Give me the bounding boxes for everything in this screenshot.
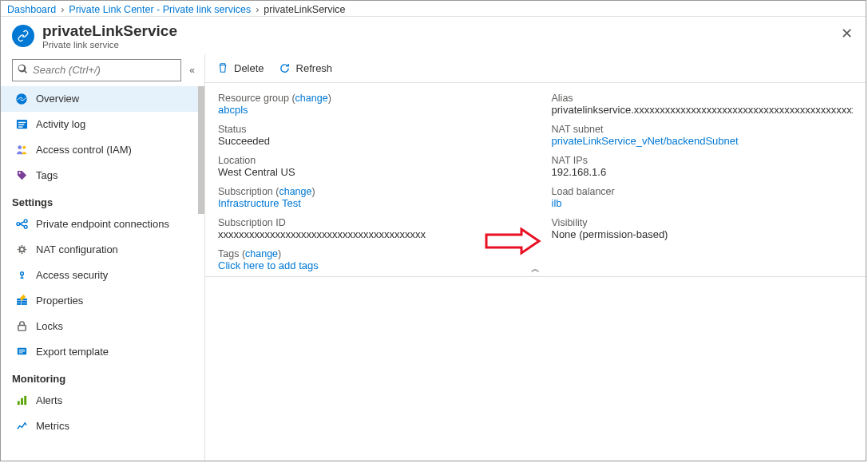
close-button[interactable]: ✕ <box>836 23 858 44</box>
svg-rect-16 <box>22 302 26 303</box>
sidebar-item-metrics[interactable]: Metrics <box>1 414 204 439</box>
page-title: privateLinkService <box>42 23 177 40</box>
sidebar-item-locks[interactable]: Locks <box>1 314 204 339</box>
chevron-right-icon: › <box>61 4 64 15</box>
location-label: Location <box>218 155 520 166</box>
endpoint-connections-icon <box>15 218 28 231</box>
svg-point-10 <box>24 226 27 229</box>
visibility-label: Visibility <box>552 217 854 228</box>
sidebar-item-label: Private endpoint connections <box>36 218 169 230</box>
breadcrumb-current: privateLinkService <box>264 4 345 15</box>
breadcrumb-dashboard[interactable]: Dashboard <box>7 4 56 15</box>
svg-rect-4 <box>18 127 22 128</box>
locks-icon <box>15 320 28 333</box>
sidebar-item-alerts[interactable]: Alerts <box>1 388 204 414</box>
svg-point-5 <box>18 146 22 150</box>
svg-rect-21 <box>18 351 25 352</box>
access-security-icon <box>15 269 28 282</box>
svg-point-7 <box>18 172 20 174</box>
access-control-icon <box>15 144 28 156</box>
svg-point-11 <box>19 247 24 252</box>
svg-point-6 <box>22 146 26 149</box>
sidebar-item-label: NAT configuration <box>36 243 118 255</box>
search-input[interactable] <box>33 64 176 76</box>
content: Delete Refresh Resource group (change) a… <box>205 54 866 461</box>
svg-rect-24 <box>21 398 23 405</box>
private-link-service-icon <box>12 25 34 47</box>
refresh-label: Refresh <box>296 62 333 74</box>
sidebar-item-overview[interactable]: Overview <box>1 86 204 112</box>
essentials-panel: Resource group (change) abcpls Status Su… <box>205 83 866 277</box>
page-subtitle: Private link service <box>42 40 177 49</box>
sidebar-item-access-security[interactable]: Access security <box>1 263 204 288</box>
svg-rect-14 <box>17 304 20 305</box>
delete-icon <box>216 61 229 74</box>
alerts-icon <box>15 394 28 407</box>
svg-rect-13 <box>17 302 20 303</box>
properties-icon <box>15 295 28 307</box>
nat-ips-label: NAT IPs <box>552 155 854 166</box>
sidebar-section-settings: Settings <box>1 188 204 212</box>
svg-rect-20 <box>18 350 25 350</box>
private-link-icon <box>15 93 28 105</box>
sidebar-item-nat-configuration[interactable]: NAT configuration <box>1 237 204 263</box>
sidebar-item-label: Properties <box>36 295 83 307</box>
delete-label: Delete <box>234 62 264 74</box>
sidebar-item-label: Tags <box>36 169 57 181</box>
export-template-icon <box>15 346 28 358</box>
subscription-change-link[interactable]: change <box>279 186 311 197</box>
sidebar-item-private-endpoint-connections[interactable]: Private endpoint connections <box>1 212 204 237</box>
svg-rect-2 <box>18 122 25 123</box>
svg-rect-17 <box>22 304 26 305</box>
sidebar-item-label: Metrics <box>36 420 69 432</box>
sidebar-item-label: Access security <box>36 269 108 281</box>
toolbar: Delete Refresh <box>205 54 866 83</box>
load-balancer-value[interactable]: ilb <box>552 197 854 209</box>
subscription-id-label: Subscription ID <box>218 217 520 228</box>
activity-log-icon <box>15 118 28 131</box>
nav: Overview Activity log Access control (IA… <box>1 86 204 461</box>
alias-label: Alias <box>552 93 854 104</box>
resource-group-value[interactable]: abcpls <box>218 104 520 116</box>
nat-subnet-value[interactable]: privateLinkService_vNet/backendSubnet <box>552 135 854 147</box>
blade-header: privateLinkService Private link service … <box>1 17 866 54</box>
search-icon <box>18 64 28 77</box>
sidebar-item-tags[interactable]: Tags <box>1 163 204 188</box>
nat-subnet-label: NAT subnet <box>552 124 854 135</box>
subscription-value[interactable]: Infrastructure Test <box>218 197 520 209</box>
sidebar-item-label: Alerts <box>36 394 62 406</box>
sidebar: « Overview Activity log <box>1 54 205 461</box>
breadcrumb: Dashboard › Private Link Center - Privat… <box>1 1 866 17</box>
resource-group-change-link[interactable]: change <box>295 93 328 104</box>
sidebar-item-access-control[interactable]: Access control (IAM) <box>1 137 204 163</box>
metrics-icon <box>15 420 28 433</box>
svg-rect-12 <box>17 299 20 300</box>
svg-rect-25 <box>24 396 26 405</box>
collapse-sidebar-button[interactable]: « <box>186 61 198 79</box>
svg-rect-18 <box>18 326 25 331</box>
resource-group-label: Resource group <box>218 93 289 104</box>
search-box[interactable] <box>12 59 181 81</box>
tags-value[interactable]: Click here to add tags <box>218 259 520 271</box>
refresh-icon <box>279 61 291 74</box>
collapse-essentials-button[interactable]: ︽ <box>531 263 540 275</box>
tags-change-link[interactable]: change <box>245 248 278 259</box>
scrollbar[interactable] <box>198 86 204 214</box>
svg-rect-3 <box>18 125 24 125</box>
sidebar-item-activity-log[interactable]: Activity log <box>1 112 204 137</box>
delete-button[interactable]: Delete <box>216 61 264 74</box>
load-balancer-label: Load balancer <box>552 186 854 197</box>
sidebar-section-monitoring: Monitoring <box>1 365 204 388</box>
status-label: Status <box>218 124 520 135</box>
svg-point-8 <box>16 223 19 226</box>
breadcrumb-center[interactable]: Private Link Center - Private link servi… <box>69 4 251 15</box>
sidebar-item-label: Access control (IAM) <box>36 144 132 156</box>
sidebar-item-label: Overview <box>36 93 79 105</box>
tags-icon <box>15 169 28 182</box>
refresh-button[interactable]: Refresh <box>279 61 333 74</box>
status-value: Succeeded <box>218 135 520 147</box>
sidebar-item-export-template[interactable]: Export template <box>1 339 204 365</box>
sidebar-item-properties[interactable]: Properties <box>1 288 204 314</box>
svg-rect-22 <box>18 353 22 354</box>
location-value: West Central US <box>218 166 520 178</box>
